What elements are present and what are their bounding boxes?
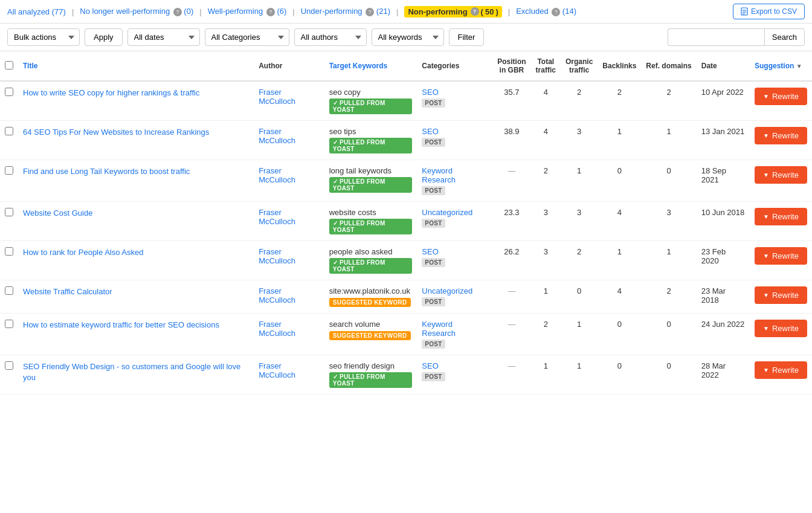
nav-under-performing[interactable]: Under-performing ? (21) xyxy=(301,7,390,16)
table-row: Website Cost Guide Fraser McCulloch webs… xyxy=(0,202,812,241)
row-total-traffic: 2 xyxy=(531,314,561,355)
row-checkbox[interactable] xyxy=(5,166,13,175)
col-total-traffic: Totaltraffic xyxy=(531,51,561,81)
author-link[interactable]: Fraser McCulloch xyxy=(259,286,295,305)
category-link[interactable]: SEO xyxy=(422,88,438,97)
row-checkbox-cell[interactable] xyxy=(0,202,18,241)
rewrite-chevron-icon: ▼ xyxy=(763,132,769,139)
row-author: Fraser McCulloch xyxy=(254,314,324,355)
search-input[interactable] xyxy=(668,28,764,46)
author-link[interactable]: Fraser McCulloch xyxy=(259,166,295,184)
nav-all-analyzed[interactable]: All analyzed (77) xyxy=(7,7,66,16)
row-checkbox[interactable] xyxy=(5,286,13,295)
rewrite-chevron-icon: ▼ xyxy=(763,253,769,259)
category-link[interactable]: SEO xyxy=(422,247,438,256)
dates-select[interactable]: All dates xyxy=(127,28,200,46)
title-link[interactable]: How to write SEO copy for higher ranking… xyxy=(23,88,199,97)
row-checkbox-cell[interactable] xyxy=(0,121,18,160)
nav-non-performing[interactable]: Non-performing ? (50) xyxy=(404,6,501,18)
author-link[interactable]: Fraser McCulloch xyxy=(259,361,295,379)
title-link[interactable]: Website Traffic Calculator xyxy=(23,287,112,296)
rewrite-button[interactable]: ▼ Rewrite xyxy=(755,88,807,105)
select-all-checkbox[interactable] xyxy=(5,61,13,69)
title-link[interactable]: 64 SEO Tips For New Websites to Increase… xyxy=(23,127,209,137)
suggested-badge: SUGGESTED KEYWORD xyxy=(329,331,411,340)
rewrite-button[interactable]: ▼ Rewrite xyxy=(755,208,807,225)
row-suggestion: ▼ Rewrite xyxy=(750,280,812,314)
row-checkbox-cell[interactable] xyxy=(0,81,18,121)
row-date: 18 Sep 2021 xyxy=(697,160,750,202)
nav-excluded[interactable]: Excluded ? (14) xyxy=(516,7,576,16)
search-button[interactable]: Search xyxy=(764,28,805,46)
row-checkbox[interactable] xyxy=(5,247,13,256)
row-keyword: seo friendly design ✓ PULLED FROM YOAST xyxy=(324,355,417,395)
rewrite-label: Rewrite xyxy=(772,170,799,179)
rewrite-button[interactable]: ▼ Rewrite xyxy=(755,320,807,337)
filter-button[interactable]: Filter xyxy=(449,28,485,46)
category-link[interactable]: SEO xyxy=(422,127,438,136)
title-link[interactable]: Find and use Long Tail Keywords to boost… xyxy=(23,167,190,176)
category-link[interactable]: Uncategorized xyxy=(422,286,472,295)
row-keyword: long tail keywords ✓ PULLED FROM YOAST xyxy=(324,160,417,202)
row-suggestion: ▼ Rewrite xyxy=(750,121,812,160)
row-checkbox-cell[interactable] xyxy=(0,280,18,314)
title-link[interactable]: Website Cost Guide xyxy=(23,208,92,218)
row-checkbox-cell[interactable] xyxy=(0,314,18,355)
post-type-badge: POST xyxy=(422,340,445,349)
title-link[interactable]: SEO Friendly Web Design - so customers a… xyxy=(23,362,240,382)
category-link[interactable]: Uncategorized xyxy=(422,208,472,217)
author-link[interactable]: Fraser McCulloch xyxy=(259,208,295,226)
export-csv-button[interactable]: Export to CSV xyxy=(733,4,805,19)
rewrite-label: Rewrite xyxy=(772,131,799,140)
row-author: Fraser McCulloch xyxy=(254,81,324,121)
author-link[interactable]: Fraser McCulloch xyxy=(259,127,295,145)
row-organic-traffic: 2 xyxy=(561,81,598,121)
category-link[interactable]: Keyword Research xyxy=(422,166,456,184)
row-checkbox[interactable] xyxy=(5,208,13,216)
row-date: 23 Feb 2020 xyxy=(697,241,750,280)
nav-no-longer[interactable]: No longer well-performing ? (0) xyxy=(80,7,193,16)
row-date: 10 Apr 2022 xyxy=(697,81,750,121)
category-link[interactable]: Keyword Research xyxy=(422,320,456,338)
row-backlinks: 4 xyxy=(598,202,641,241)
rewrite-label: Rewrite xyxy=(772,324,799,333)
rewrite-button[interactable]: ▼ Rewrite xyxy=(755,127,807,144)
rewrite-chevron-icon: ▼ xyxy=(763,367,769,373)
rewrite-button[interactable]: ▼ Rewrite xyxy=(755,166,807,184)
row-total-traffic: 2 xyxy=(531,160,561,202)
bulk-actions-select[interactable]: Bulk actions xyxy=(7,28,80,46)
categories-select[interactable]: All Categories xyxy=(205,28,289,46)
row-checkbox-cell[interactable] xyxy=(0,355,18,395)
select-all-header[interactable] xyxy=(0,51,18,81)
row-ref-domains: 0 xyxy=(641,355,696,395)
rewrite-label: Rewrite xyxy=(772,212,799,221)
row-title: How to estimate keyword traffic for bett… xyxy=(18,314,254,355)
author-link[interactable]: Fraser McCulloch xyxy=(259,320,295,338)
category-link[interactable]: SEO xyxy=(422,361,438,370)
row-author: Fraser McCulloch xyxy=(254,202,324,241)
row-title: SEO Friendly Web Design - so customers a… xyxy=(18,355,254,395)
row-date: 28 Mar 2022 xyxy=(697,355,750,395)
rewrite-chevron-icon: ▼ xyxy=(763,172,769,178)
rewrite-button[interactable]: ▼ Rewrite xyxy=(755,247,807,265)
title-link[interactable]: How to estimate keyword traffic for bett… xyxy=(23,320,219,329)
row-checkbox[interactable] xyxy=(5,88,13,96)
authors-select[interactable]: All authors xyxy=(294,28,367,46)
col-suggestion[interactable]: Suggestion ▼ xyxy=(750,51,812,81)
nav-well-performing[interactable]: Well-performing ? (6) xyxy=(208,7,287,16)
author-link[interactable]: Fraser McCulloch xyxy=(259,247,295,265)
author-link[interactable]: Fraser McCulloch xyxy=(259,88,295,106)
row-category: SEO POST xyxy=(417,355,492,395)
post-type-badge: POST xyxy=(422,258,445,267)
rewrite-button[interactable]: ▼ Rewrite xyxy=(755,286,807,304)
table-row: Find and use Long Tail Keywords to boost… xyxy=(0,160,812,202)
row-checkbox[interactable] xyxy=(5,320,13,328)
rewrite-button[interactable]: ▼ Rewrite xyxy=(755,361,807,379)
row-checkbox-cell[interactable] xyxy=(0,160,18,202)
row-checkbox[interactable] xyxy=(5,127,13,135)
keywords-select[interactable]: All keywords xyxy=(372,28,444,46)
row-checkbox[interactable] xyxy=(5,361,13,370)
apply-button[interactable]: Apply xyxy=(85,28,123,46)
title-link[interactable]: How to rank for People Also Asked xyxy=(23,248,143,257)
row-checkbox-cell[interactable] xyxy=(0,241,18,280)
